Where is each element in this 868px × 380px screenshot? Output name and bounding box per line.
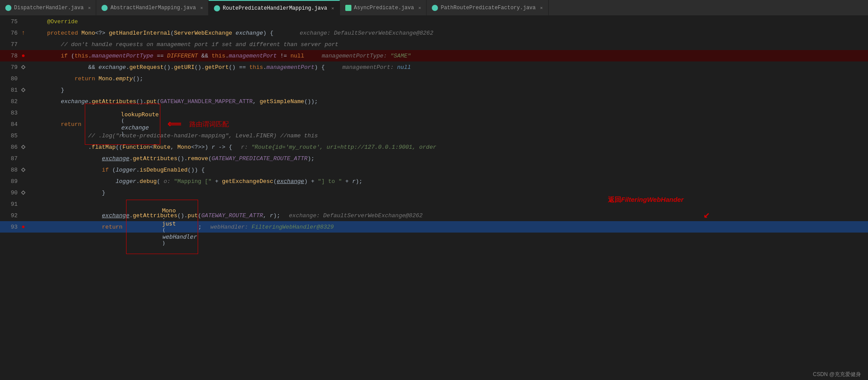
gutter-77: 77: [0, 39, 30, 50]
tab-close-route[interactable]: ✕: [332, 6, 334, 11]
code-86-r: r: [212, 144, 215, 151]
code-87-p1: ().: [177, 155, 188, 162]
tab-icon-abstract: [101, 5, 108, 11]
hint-89-o: o:: [163, 178, 174, 185]
gutter-icon-91: [20, 201, 26, 207]
svg-marker-2: [22, 145, 25, 149]
gutter-79: 79: [0, 61, 30, 73]
gutter-icon-83: [20, 110, 26, 116]
code-77-comment: // don't handle requests on management p…: [33, 41, 338, 48]
code-92-indent: [33, 212, 102, 219]
code-79-this: this: [250, 64, 263, 71]
code-88-dot: .: [136, 167, 140, 173]
code-84-return: return: [61, 121, 85, 128]
code-78-mgmt-port-type: managementPortType: [92, 53, 153, 59]
code-80-empty: empty: [116, 75, 133, 82]
code-89-p2: (: [273, 178, 277, 185]
tab-label-async: AsyncPredicate.java: [354, 5, 414, 11]
code-89-end: );: [355, 178, 362, 185]
gutter-icon-92: [20, 212, 26, 219]
code-92-comma: ,: [263, 212, 270, 219]
tab-close-async[interactable]: ✕: [418, 5, 421, 11]
code-89-dot: .: [136, 178, 140, 185]
code-93-dot: .: [162, 214, 166, 220]
gutter-85: 85: [0, 130, 30, 141]
code-line-76: protected Mono <?> getHandlerInternal ( …: [30, 27, 868, 39]
line-num-92: 92: [5, 212, 18, 219]
tab-path[interactable]: PathRoutePredicateFactory.java ✕: [427, 0, 548, 15]
code-86-p1: ((: [116, 144, 123, 151]
code-line-79: && exchange . getRequest () . getURI () …: [30, 61, 868, 73]
code-87-exchange: exchange: [102, 155, 129, 162]
hint-79: managementPort: null: [342, 64, 411, 71]
code-76-indent: [33, 30, 47, 36]
tab-label-route: RoutePredicateHandlerMapping.java: [223, 5, 327, 11]
svg-marker-4: [22, 191, 25, 194]
gutter-icon-90: [20, 190, 26, 196]
line-num-90: 90: [5, 190, 18, 196]
tab-async[interactable]: AsyncPredicate.java ✕: [340, 0, 427, 15]
code-92-exchange: exchange: [102, 212, 129, 219]
red-arrow-icon: ⟸: [167, 118, 181, 130]
code-line-87: exchange . getAttributes (). remove ( GA…: [30, 153, 868, 164]
tab-close-path[interactable]: ✕: [540, 5, 543, 11]
line-num-79: 79: [5, 64, 18, 71]
code-83-empty: [33, 110, 37, 116]
code-93-return: return: [102, 224, 126, 230]
line-num-91: 91: [5, 201, 18, 208]
gutter-76: 76 ↑: [0, 27, 30, 39]
code-area[interactable]: @Override protected Mono <?> getHandlerI…: [30, 16, 868, 380]
code-84-lookup: lookupRoute: [121, 111, 159, 118]
code-86-arrow: -> {: [215, 144, 232, 151]
gutter-icon-85: [20, 133, 26, 139]
code-line-90: }: [30, 187, 868, 198]
code-86-function: Function: [123, 144, 150, 151]
code-92-r: r: [270, 212, 273, 219]
code-line-75: @Override: [30, 16, 868, 27]
code-76-method: getHandlerInternal: [109, 30, 170, 36]
code-86-flatmap: flatMap: [92, 144, 116, 151]
code-87-indent: [33, 155, 102, 162]
code-87-remove: remove: [188, 155, 208, 162]
tab-close-dispatcher[interactable]: ✕: [88, 5, 90, 11]
code-76-protected: protected: [47, 30, 81, 36]
code-line-88: if ( logger . isDebugEnabled ()) {: [30, 164, 868, 176]
code-89-r: r: [352, 178, 356, 185]
code-82-exchange: exchange: [61, 98, 88, 105]
tab-abstract[interactable]: AbstractHandlerMapping.java ✕: [96, 0, 208, 15]
tab-icon-path: [432, 5, 438, 11]
code-78-and: &&: [198, 53, 212, 59]
hint-78: managementPortType: "SAME": [322, 53, 411, 59]
code-85-comment: // .log("route-predicate-handler-mapping…: [33, 133, 318, 139]
gutter-75: 75: [0, 16, 30, 27]
gutter-90: 90: [0, 187, 30, 198]
tab-label-path: PathRoutePredicateFactory.java: [441, 5, 535, 11]
code-93-just: just: [162, 220, 176, 227]
code-78-p1: (: [71, 53, 75, 59]
tab-bar: DispatcherHandler.java ✕ AbstractHandler…: [0, 0, 868, 16]
arrow-down-left-icon: ↙: [704, 208, 710, 221]
tab-route[interactable]: RoutePredicateHandlerMapping.java ✕: [209, 0, 340, 15]
code-line-86: . flatMap (( Function < Route , Mono <?>…: [30, 141, 868, 153]
code-line-77: // don't handle requests on management p…: [30, 39, 868, 50]
gutter-84: 84: [0, 118, 30, 130]
gutter-icon-84: [20, 121, 26, 127]
code-88-end: ()) {: [188, 167, 205, 173]
gutter-92: 92: [0, 210, 30, 221]
gutter-icon-75: [20, 18, 26, 25]
code-78-eq: ==: [153, 53, 167, 59]
code-80-return: return: [75, 75, 99, 82]
code-89-debug: debug: [140, 178, 157, 185]
code-93-indent: [33, 224, 102, 230]
code-79-and: &&: [88, 64, 98, 71]
code-86-mono2: Mono: [177, 144, 191, 151]
code-90-brace: }: [33, 190, 105, 196]
gutter-icon-86: [20, 144, 26, 150]
tab-close-abstract[interactable]: ✕: [200, 5, 203, 11]
code-89-exchange: exchange: [277, 178, 304, 185]
code-78-neq: !=: [277, 53, 290, 59]
tab-dispatcher[interactable]: DispatcherHandler.java ✕: [0, 0, 96, 15]
gutter-icon-76: ↑: [20, 30, 26, 36]
code-92-gw-route: GATEWAY_ROUTE_ATTR: [201, 212, 263, 219]
line-num-89: 89: [5, 178, 18, 185]
